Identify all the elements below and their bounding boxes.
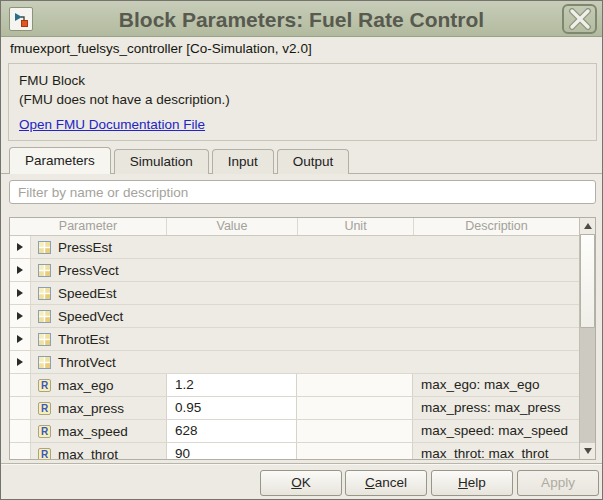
row-expander-cell[interactable] [10, 236, 31, 258]
parameter-unit-cell [297, 328, 413, 350]
parameter-unit-cell [297, 420, 413, 442]
parameter-value-cell[interactable]: 628 [166, 420, 297, 442]
parameter-description-cell [413, 282, 579, 304]
parameter-unit-cell [297, 236, 413, 258]
matrix-table-icon [38, 287, 51, 300]
real-parameter-icon: R [38, 448, 51, 460]
real-parameter-icon: R [38, 402, 51, 415]
vertical-scrollbar[interactable] [579, 218, 595, 459]
real-parameter-icon: R [38, 379, 51, 392]
matrix-table-icon [38, 333, 51, 346]
scrollbar-track[interactable] [580, 328, 595, 443]
row-expander-cell[interactable] [10, 282, 31, 304]
close-button[interactable] [562, 4, 597, 34]
scroll-down-arrow-icon [584, 448, 592, 454]
parameter-name: ThrotEst [58, 332, 109, 347]
row-expander-cell[interactable] [10, 305, 31, 327]
scroll-up-arrow-icon [584, 223, 592, 229]
parameter-name-cell: R max_press [31, 397, 166, 419]
table-row[interactable]: R SpeedEst [10, 282, 579, 305]
row-expander-cell[interactable] [10, 420, 31, 442]
filter-input[interactable] [9, 180, 596, 204]
parameter-value-cell[interactable] [166, 259, 297, 281]
tab-input[interactable]: Input [212, 149, 274, 174]
table-row[interactable]: R max_throt 90 max_throt: max_throt [10, 443, 579, 459]
parameter-value-cell[interactable]: 90 [166, 443, 297, 459]
parameter-value-cell[interactable] [166, 328, 297, 350]
matrix-table-icon [38, 310, 51, 323]
parameter-value-cell[interactable] [166, 282, 297, 304]
tab-simulation[interactable]: Simulation [114, 149, 209, 174]
scrollbar-thumb[interactable] [580, 234, 595, 328]
parameter-name-cell: R SpeedVect [31, 305, 166, 327]
fmu-description: (FMU does not have a description.) [19, 90, 586, 109]
row-expander-cell[interactable] [10, 397, 31, 419]
parameter-name: max_press [58, 401, 124, 416]
column-header-unit: Unit [298, 218, 414, 235]
parameter-description-cell: max_ego: max_ego [413, 374, 579, 396]
table-row[interactable]: R PressEst [10, 236, 579, 259]
expand-triangle-icon [17, 289, 23, 297]
table-body: R PressEst R PressVect [10, 236, 579, 459]
titlebar: Block Parameters: Fuel Rate Control [1, 1, 602, 37]
block-identity-text: fmuexport_fuelsys_controller [Co-Simulat… [10, 41, 312, 56]
parameter-unit-cell [297, 374, 413, 396]
tab-output[interactable]: Output [277, 149, 350, 174]
parameter-name: ThrotVect [58, 355, 116, 370]
parameter-description-cell: max_speed: max_speed [413, 420, 579, 442]
parameter-value-cell[interactable]: 0.95 [166, 397, 297, 419]
tabbar: Parameters Simulation Input Output [9, 148, 352, 174]
parameter-name-cell: R max_ego [31, 374, 166, 396]
row-expander-cell[interactable] [10, 443, 31, 459]
row-expander-cell[interactable] [10, 351, 31, 373]
parameter-value-cell[interactable] [166, 305, 297, 327]
tab-parameters[interactable]: Parameters [9, 147, 111, 174]
scroll-down-button[interactable] [580, 443, 595, 459]
table-row[interactable]: R PressVect [10, 259, 579, 282]
table-row[interactable]: R max_ego 1.2 max_ego: max_ego [10, 374, 579, 397]
scroll-up-button[interactable] [580, 218, 595, 234]
parameter-description-cell [413, 305, 579, 327]
parameter-value-cell[interactable]: 1.2 [166, 374, 297, 396]
dialog-title: Block Parameters: Fuel Rate Control [1, 1, 602, 37]
parameter-description-cell: max_press: max_press [413, 397, 579, 419]
parameter-description-cell: max_throt: max_throt [413, 443, 579, 459]
matrix-table-icon [38, 356, 51, 369]
row-expander-cell[interactable] [10, 259, 31, 281]
parameter-value-cell[interactable] [166, 351, 297, 373]
parameter-name-cell: R SpeedEst [31, 282, 166, 304]
svg-text:R: R [41, 403, 49, 414]
table-row[interactable]: R ThrotVect [10, 351, 579, 374]
open-fmu-documentation-link[interactable]: Open FMU Documentation File [19, 117, 205, 132]
parameter-value-cell[interactable] [166, 236, 297, 258]
parameter-name-cell: R ThrotVect [31, 351, 166, 373]
parameter-name-cell: R max_throt [31, 443, 166, 459]
column-header-parameter: Parameter [10, 218, 167, 235]
parameter-name: PressVect [58, 263, 119, 278]
parameter-name: max_speed [58, 424, 128, 439]
table-row[interactable]: R SpeedVect [10, 305, 579, 328]
footer-separator-highlight [1, 464, 602, 465]
expand-triangle-icon [17, 358, 23, 366]
row-expander-cell[interactable] [10, 328, 31, 350]
close-x-icon [568, 8, 592, 30]
cancel-button[interactable]: Cancel [345, 470, 427, 496]
parameter-unit-cell [297, 397, 413, 419]
parameter-name-cell: R PressEst [31, 236, 166, 258]
parameter-name: max_ego [58, 378, 114, 393]
table-row[interactable]: R max_press 0.95 max_press: max_press [10, 397, 579, 420]
parameter-name-cell: R max_speed [31, 420, 166, 442]
parameter-description-cell [413, 328, 579, 350]
parameter-unit-cell [297, 351, 413, 373]
row-expander-cell[interactable] [10, 374, 31, 396]
parameter-description-cell [413, 259, 579, 281]
table-row[interactable]: R ThrotEst [10, 328, 579, 351]
expand-triangle-icon [17, 266, 23, 274]
table-row[interactable]: R max_speed 628 max_speed: max_speed [10, 420, 579, 443]
parameter-description-cell [413, 351, 579, 373]
ok-button[interactable]: OK [260, 470, 342, 496]
expand-triangle-icon [17, 312, 23, 320]
expand-triangle-icon [17, 335, 23, 343]
apply-button: Apply [517, 470, 599, 496]
help-button[interactable]: Help [431, 470, 513, 496]
